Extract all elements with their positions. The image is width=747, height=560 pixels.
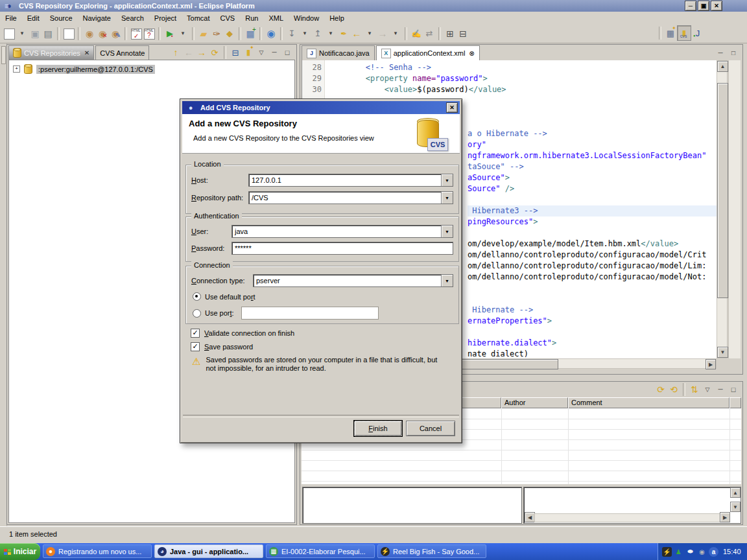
dropdown-icon[interactable]: ▾: [324, 27, 337, 41]
cvs-commit-icon[interactable]: ▦+: [244, 27, 257, 41]
back-disabled-icon[interactable]: ←: [182, 45, 195, 60]
checkbox-icon[interactable]: ✓: [191, 329, 200, 338]
minimize-icon[interactable]: ─: [268, 45, 281, 60]
dialog-titlebar[interactable]: ●☰ Add CVS Repository ✕: [182, 101, 460, 114]
cvs-perspective-button[interactable]: ▮CVS: [677, 25, 691, 41]
refresh-ccw-icon[interactable]: ⟲: [667, 382, 680, 397]
scroll-up-icon[interactable]: ▲: [730, 487, 741, 498]
volume-tray-icon[interactable]: ◉: [697, 547, 707, 557]
use-port-radio[interactable]: Use port:: [193, 307, 455, 320]
minimize-icon[interactable]: ─: [714, 382, 727, 397]
go-home-icon[interactable]: ↑: [169, 45, 182, 60]
close-tab-icon[interactable]: ⊗: [469, 50, 474, 57]
new-wizard-icon[interactable]: ✦: [3, 27, 16, 41]
tab-applicationcontext-xml[interactable]: X applicationContext.xml ⊗: [376, 45, 480, 60]
menu-window[interactable]: Window: [289, 13, 324, 23]
open-perspective-icon[interactable]: ▦✦: [664, 26, 677, 40]
dropdown-icon[interactable]: ▼: [441, 174, 453, 186]
maximize-icon[interactable]: □: [727, 382, 740, 397]
menu-project[interactable]: Project: [149, 13, 182, 23]
column-header[interactable]: [729, 397, 741, 408]
tomcat-edit-icon[interactable]: ◉✎: [109, 27, 122, 41]
collapse-all-icon[interactable]: ⊟: [456, 27, 469, 41]
restore-button[interactable]: ▣: [698, 1, 709, 11]
last-edit-icon[interactable]: ✒: [337, 27, 350, 41]
link-editor-icon[interactable]: ⇄: [423, 27, 436, 41]
scroll-right-icon[interactable]: ▶: [706, 359, 716, 369]
web-browser-icon[interactable]: ◉: [265, 27, 278, 41]
minimize-icon[interactable]: ─: [714, 46, 727, 60]
repository-path-combo[interactable]: /CVS ▼: [248, 191, 453, 204]
port-field[interactable]: [241, 307, 379, 320]
new-repository-icon[interactable]: ▮✦: [242, 45, 255, 60]
password-field[interactable]: ******: [231, 242, 453, 255]
run-icon[interactable]: ▶▪: [163, 27, 176, 41]
horizontal-scrollbar[interactable]: [534, 513, 721, 522]
tab-cvs-annotate[interactable]: CVS Annotate: [95, 45, 149, 60]
task-firefox[interactable]: ●Registrando um novo us...: [43, 544, 152, 558]
scroll-up-icon[interactable]: ▲: [717, 61, 728, 72]
scroll-thumb[interactable]: [717, 83, 728, 298]
tree-item-pserver[interactable]: + :pserver:guilherme@127.0.0.1:/CVS: [13, 64, 155, 75]
menu-help[interactable]: Help: [324, 13, 350, 23]
tomcat-stop-icon[interactable]: ◉✕: [96, 27, 109, 41]
dropdown-icon[interactable]: ▾: [176, 27, 189, 41]
scroll-down-icon[interactable]: ▼: [717, 347, 728, 358]
print-icon[interactable]: ▤: [42, 27, 54, 41]
winamp-tray-icon[interactable]: ⚡: [662, 547, 672, 557]
scroll-down-icon[interactable]: ▼: [730, 502, 741, 512]
menu-tomcat[interactable]: Tomcat: [182, 13, 215, 23]
maximize-icon[interactable]: □: [281, 45, 294, 60]
finish-button[interactable]: Finish: [354, 421, 402, 436]
forward-disabled-icon[interactable]: →: [376, 27, 389, 41]
close-icon[interactable]: ✕: [446, 102, 458, 113]
dropdown-icon[interactable]: ▼: [441, 275, 453, 286]
html-tidy-check-icon[interactable]: HTML✓: [130, 27, 143, 41]
antivirus-tray-icon[interactable]: a: [709, 547, 718, 557]
forward-gold-icon[interactable]: →: [195, 45, 208, 60]
cancel-button[interactable]: Cancel: [406, 421, 455, 436]
back-icon[interactable]: ←: [350, 27, 363, 41]
editor-vertical-scrollbar[interactable]: ▲ ▼: [717, 60, 728, 358]
connection-type-combo[interactable]: pserver ▼: [253, 274, 453, 287]
menu-run[interactable]: Run: [240, 13, 263, 23]
menu-cvs[interactable]: CVS: [215, 13, 241, 23]
binary-010-icon[interactable]: 010: [62, 27, 75, 41]
checkbox-icon[interactable]: ✓: [191, 342, 200, 351]
menu-source[interactable]: Source: [45, 13, 78, 23]
dropdown-icon[interactable]: ▾: [298, 27, 311, 41]
paintbrush-icon[interactable]: ✑: [210, 27, 223, 41]
task-winamp[interactable]: ⚡Reel Big Fish - Say Good...: [377, 544, 486, 558]
html-tidy-question-icon[interactable]: HTML?: [143, 27, 156, 41]
mark-occurrences-icon[interactable]: ✍: [410, 27, 423, 41]
menu-navigate[interactable]: Navigate: [78, 13, 116, 23]
view-menu-icon[interactable]: ▽: [701, 382, 714, 397]
task-eclipse[interactable]: ◕Java - gui - applicatio...: [154, 544, 263, 558]
expand-all-icon[interactable]: ⊞: [444, 27, 456, 41]
scroll-left-icon[interactable]: ◀: [525, 512, 535, 522]
task-spreadsheet[interactable]: ▦EI-0002-Elaborar Pesqui...: [266, 544, 375, 558]
tab-notificacao-java[interactable]: J Notificacao.java: [302, 45, 375, 60]
menu-file[interactable]: File: [0, 13, 22, 23]
next-annotation-icon[interactable]: ↧: [285, 27, 298, 41]
save-password-checkbox[interactable]: ✓ Save password: [191, 342, 253, 351]
toolbar-grip[interactable]: [1, 46, 6, 64]
dropdown-icon[interactable]: ▾: [16, 27, 29, 41]
host-combo[interactable]: 127.0.0.1 ▼: [248, 174, 453, 187]
jar-icon[interactable]: ◆: [223, 27, 236, 41]
java-perspective-button[interactable]: J●: [691, 26, 704, 40]
start-button[interactable]: Iniciar: [0, 543, 40, 560]
dropdown-icon[interactable]: ▼: [441, 226, 453, 237]
column-header-comment[interactable]: Comment: [568, 397, 729, 408]
menu-xml[interactable]: XML: [263, 13, 289, 23]
tab-cvs-repositories[interactable]: CVS Repositories ✕: [8, 45, 94, 60]
dropdown-icon[interactable]: ▼: [441, 192, 453, 204]
dropdown-icon[interactable]: ▾: [389, 27, 402, 41]
messenger-tray-icon[interactable]: ⬬: [685, 547, 695, 557]
radio-icon[interactable]: [193, 292, 201, 301]
tags-pane[interactable]: [302, 487, 522, 524]
column-header-author[interactable]: Author: [501, 397, 568, 408]
menu-search[interactable]: Search: [116, 13, 149, 23]
validate-connection-checkbox[interactable]: ✓ Validate connection on finish: [191, 329, 294, 338]
save-icon[interactable]: ▣: [29, 27, 42, 41]
